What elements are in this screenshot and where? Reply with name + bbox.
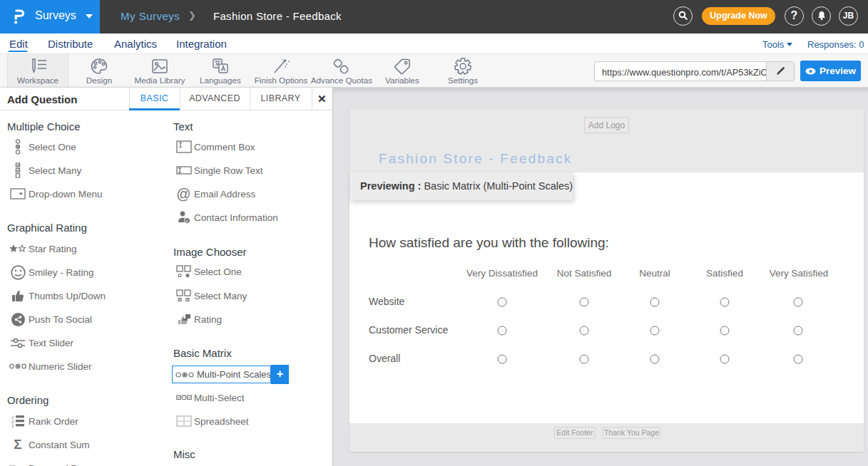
svg-text:3: 3: [11, 424, 14, 428]
